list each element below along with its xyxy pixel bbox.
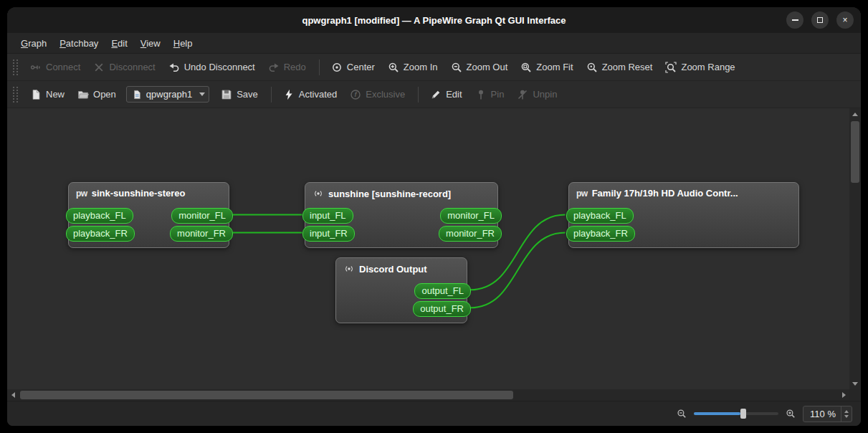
toolbar-file: New Open qpwgraph1 Save [7,81,861,108]
menu-edit[interactable]: Edit [105,33,133,53]
zoom-spinbox[interactable]: 110 % [803,406,852,422]
zoom-range-icon [665,62,677,73]
app-window: qpwgraph1 [modified] — A PipeWire Graph … [7,7,861,426]
zoom-reset-button[interactable]: Zoom Reset [581,59,659,76]
open-folder-icon [77,89,89,100]
scroll-left-button[interactable] [7,389,19,401]
statusbar: 110 % [7,401,861,426]
scroll-down-button[interactable] [849,378,861,389]
zoom-spin-buttons [841,406,852,422]
scroll-right-button[interactable] [838,389,849,401]
node-title: Discord Output [359,264,427,275]
maximize-icon [817,17,823,23]
node-title: sink-sunshine-stereo [92,188,186,199]
horizontal-scrollbar[interactable] [7,389,849,401]
exclusive-button[interactable]: f Exclusive [344,86,411,103]
node-family-hd-audio[interactable]: pw Family 17h/19h HD Audio Contr... play… [568,182,799,248]
node-sink-sunshine-stereo[interactable]: pw sink-sunshine-stereo playback_FL play… [68,182,229,248]
pipewire-icon: pw [576,189,588,199]
menu-graph[interactable]: Graph [14,33,53,53]
pin-button[interactable]: Pin [469,86,510,103]
zoom-slider[interactable] [694,408,778,419]
port-monitor-fl[interactable]: monitor_FL [171,208,233,224]
port-playback-fr[interactable]: playback_FR [66,226,135,242]
toolbar-main: Connect Disconnect Undo Disconnect Redo [7,54,861,81]
node-title: sunshine [sunshine-record] [328,189,451,199]
menu-patchbay[interactable]: Patchbay [53,33,105,53]
titlebar[interactable]: qpwgraph1 [modified] — A PipeWire Graph … [7,7,861,33]
toolbar-separator [418,87,419,103]
vertical-scroll-thumb[interactable] [851,121,859,183]
minimize-button[interactable] [786,11,803,29]
chevron-down-icon [199,92,205,96]
connection-layer [7,108,849,389]
scroll-up-button[interactable] [849,108,861,120]
unpin-icon [517,89,528,100]
toolbar-separator [271,87,272,103]
exclusive-icon: f [350,89,361,100]
node-title: Family 17h/19h HD Audio Contr... [592,188,738,199]
toolbar-drag-handle[interactable] [13,60,18,75]
toolbar-drag-handle[interactable] [13,87,18,103]
arrow-up-icon [852,113,858,116]
node-sunshine-record[interactable]: sunshine [sunshine-record] input_FL inpu… [305,182,498,248]
center-button[interactable]: Center [325,59,381,76]
edit-button[interactable]: Edit [424,86,467,103]
arrow-right-icon [842,392,846,398]
spin-down-button[interactable] [844,415,849,418]
undo-disconnect-button[interactable]: Undo Disconnect [163,59,261,76]
redo-icon [268,62,280,73]
port-monitor-fl[interactable]: monitor_FL [440,208,502,224]
port-monitor-fr[interactable]: monitor_FR [439,226,502,242]
activated-button[interactable]: Activated [277,86,343,103]
connect-button[interactable]: Connect [24,59,86,76]
menu-view[interactable]: View [134,33,167,53]
zoom-out-icon[interactable] [677,409,687,419]
arrow-down-icon [852,382,858,386]
pencil-icon [430,89,442,100]
zoom-in-icon[interactable] [786,409,796,419]
zoom-out-button[interactable]: Zoom Out [445,59,514,76]
close-button[interactable]: × [836,11,854,29]
toolbar-separator [319,60,320,75]
save-button[interactable]: Save [215,86,264,103]
pipewire-icon: pw [76,189,87,199]
vertical-scrollbar[interactable] [849,108,861,389]
port-playback-fl[interactable]: playback_FL [566,208,634,224]
spin-up-button[interactable] [844,410,849,413]
port-input-fl[interactable]: input_FL [302,208,353,224]
zoom-value[interactable]: 110 % [803,406,841,422]
zoom-fit-button[interactable]: Zoom Fit [515,59,578,76]
save-icon [221,89,232,100]
close-icon: × [842,15,847,25]
port-output-fr[interactable]: output_FR [413,301,471,317]
redo-button[interactable]: Redo [262,59,312,76]
disconnect-button[interactable]: Disconnect [87,59,161,76]
port-input-fr[interactable]: input_FR [302,226,355,242]
menu-help[interactable]: Help [167,33,199,53]
window-title: qpwgraph1 [modified] — A PipeWire Graph … [302,15,566,26]
session-name: qpwgraph1 [146,89,192,100]
open-button[interactable]: Open [72,86,122,103]
port-monitor-fr[interactable]: monitor_FR [170,226,233,242]
undo-icon [168,62,180,73]
center-icon [331,62,343,73]
unpin-button[interactable]: Unpin [511,86,563,103]
node-discord-output[interactable]: Discord Output output_FL output_FR [335,257,467,323]
window-controls: × [786,7,854,33]
graph-canvas[interactable]: pw sink-sunshine-stereo playback_FL play… [7,108,849,389]
svg-text:f: f [355,91,358,98]
session-combobox[interactable]: qpwgraph1 [126,86,209,103]
zoom-range-button[interactable]: Zoom Range [659,59,740,76]
scrollbar-corner [849,389,861,401]
zoom-in-button[interactable]: Zoom In [382,59,444,76]
horizontal-scroll-thumb[interactable] [20,391,513,399]
maximize-button[interactable] [811,11,829,29]
port-playback-fl[interactable]: playback_FL [66,208,133,224]
port-playback-fr[interactable]: playback_FR [566,226,635,242]
port-output-fl[interactable]: output_FL [414,283,471,299]
disconnect-icon [93,62,105,73]
session-file-icon [132,90,142,100]
zoom-slider-handle[interactable] [740,409,746,419]
new-button[interactable]: New [24,86,70,103]
